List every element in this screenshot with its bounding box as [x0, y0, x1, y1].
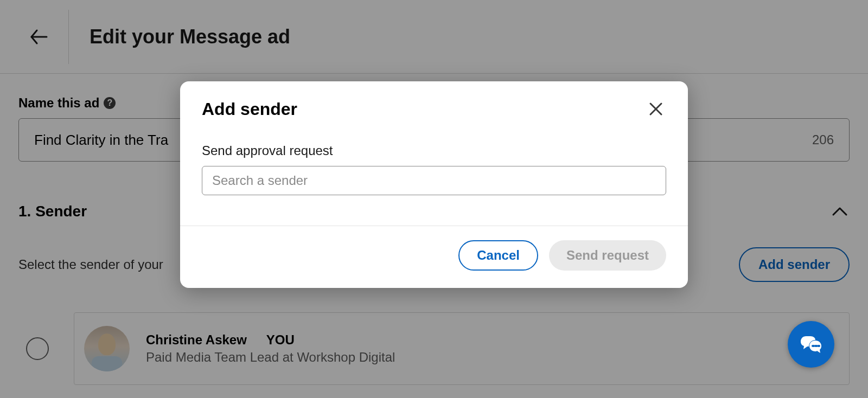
chat-icon	[799, 332, 824, 357]
modal-overlay: Add sender Send approval request Cancel …	[0, 0, 868, 398]
send-request-button[interactable]: Send request	[549, 240, 666, 271]
chat-fab[interactable]	[788, 321, 834, 368]
close-button[interactable]	[646, 99, 666, 119]
cancel-button[interactable]: Cancel	[458, 240, 538, 271]
add-sender-modal: Add sender Send approval request Cancel …	[180, 81, 688, 288]
modal-title: Add sender	[202, 99, 297, 119]
approval-label: Send approval request	[202, 143, 666, 158]
svg-point-5	[817, 345, 819, 347]
svg-point-4	[814, 345, 816, 347]
search-sender-input[interactable]	[202, 166, 666, 195]
svg-point-3	[812, 345, 814, 347]
close-icon	[648, 101, 664, 117]
